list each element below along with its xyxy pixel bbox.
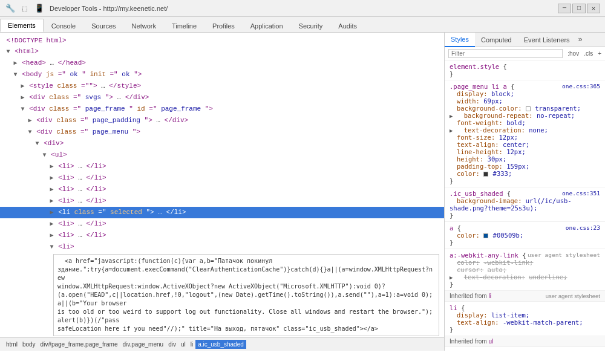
color-swatch-333 (483, 172, 488, 177)
tab-audits[interactable]: Audits (330, 19, 365, 32)
dom-line-selected[interactable]: ▶ <li class =" selected "> … </li> (0, 207, 444, 218)
tab-bar: Elements Console Sources Network Timelin… (0, 17, 605, 33)
css-rule-page-menu-ul: .page_menu ul one.css:326 { list-style: … (445, 347, 605, 351)
dom-line[interactable]: ▶ <head> … </head> (0, 57, 444, 69)
filter-add-button[interactable]: + (598, 50, 601, 57)
bc-ul[interactable]: ul (178, 340, 188, 349)
css-rule-li: li { display: list-item; text-align: -we… (445, 302, 605, 336)
dom-line-expanded[interactable]: ▼ <li> (0, 241, 444, 253)
dom-line[interactable]: ▶ <style class =""> … </style> (0, 80, 444, 92)
color-swatch-00509b (483, 233, 488, 238)
dom-line[interactable]: ▶ <li> … </li> (0, 218, 444, 230)
main-content: <!DOCTYPE html> ▼ <html> ▶ <head> … </he… (0, 33, 605, 351)
tab-profiles[interactable]: Profiles (204, 19, 243, 32)
bc-body[interactable]: body (20, 340, 38, 349)
tab-elements[interactable]: Elements (0, 19, 44, 32)
dom-line[interactable]: ▼ <body js =" ok " init =" ok "> (0, 69, 444, 80)
dom-line[interactable]: ▶ <div class =" svgs "> … </div> (0, 92, 444, 103)
bc-div[interactable]: div (166, 340, 178, 349)
responsive-icon[interactable]: 📱 (34, 3, 45, 14)
dom-line[interactable]: ▶ <li> … </li> (0, 230, 444, 241)
dom-line[interactable]: ▼ <ul> (0, 149, 444, 161)
css-rule-element-style: element.style { } (445, 60, 605, 80)
styles-tab-computed[interactable]: Computed (475, 33, 518, 47)
dom-line[interactable]: ▼ <html> (0, 46, 444, 57)
css-rule-page-menu-li-a: .page_menu li a one.css:365 { display: b… (445, 80, 605, 187)
breadcrumb: html body div#page_frame.page_frame div.… (0, 337, 444, 351)
styles-content[interactable]: element.style { } .page_menu li a one.cs… (445, 60, 605, 351)
top-bar: 🔧 ⬚ 📱 Developer Tools - http://my.keenet… (0, 0, 605, 17)
tab-timeline[interactable]: Timeline (164, 19, 204, 32)
styles-tabs: Styles Computed Event Listeners » (445, 33, 605, 47)
dom-line[interactable]: ▼ <div> (0, 138, 444, 149)
close-button[interactable]: ✕ (587, 4, 600, 13)
devtools-icon: 🔧 (5, 3, 16, 14)
styles-tab-styles[interactable]: Styles (445, 33, 475, 47)
css-rule-a: a one.css:23 { color: #00509b; } (445, 222, 605, 249)
inherited-from-ul: Inherited from ul (445, 336, 605, 347)
bc-page-menu[interactable]: div.page_menu (120, 340, 166, 349)
dom-tree[interactable]: <!DOCTYPE html> ▼ <html> ▶ <head> … </he… (0, 33, 444, 337)
css-rule-webkit-any-link: a:-webkit-any-link user agent stylesheet… (445, 249, 605, 291)
tab-application[interactable]: Application (243, 19, 291, 32)
bc-html[interactable]: html (4, 340, 20, 349)
filter-pseudo-button[interactable]: :hov (567, 50, 579, 57)
dom-line[interactable]: ▶ <li> … </li> (0, 161, 444, 172)
color-swatch (526, 106, 531, 111)
filter-class-button[interactable]: .cls (584, 50, 593, 57)
tab-console[interactable]: Console (44, 19, 83, 32)
tab-sources[interactable]: Sources (83, 19, 123, 32)
css-rule-ic-usb-shaded: .ic_usb_shaded one.css:351 { background-… (445, 187, 605, 222)
dom-line[interactable]: ▶ <li> … </li> (0, 172, 444, 184)
dom-line[interactable]: ▶ <li> … </li> (0, 195, 444, 207)
minimize-button[interactable]: ─ (558, 4, 571, 13)
tab-security[interactable]: Security (291, 19, 331, 32)
bc-li[interactable]: li (188, 340, 195, 349)
inspect-icon[interactable]: ⬚ (19, 3, 30, 14)
styles-panel: Styles Computed Event Listeners » :hov .… (445, 33, 605, 351)
bc-a-ic-usb-shaded[interactable]: a.ic_usb_shaded (195, 340, 246, 349)
bc-page-frame[interactable]: div#page_frame.page_frame (38, 340, 120, 349)
styles-filter-input[interactable] (448, 49, 563, 58)
dom-line[interactable]: ▼ <div class =" page_menu "> (0, 126, 444, 138)
dom-line[interactable]: ▼ <div class =" page_frame " id =" page_… (0, 103, 444, 115)
tab-network[interactable]: Network (124, 19, 164, 32)
styles-filter-bar: :hov .cls + (445, 47, 605, 60)
styles-more-button[interactable]: » (576, 36, 585, 44)
window-title: Developer Tools - http://my.keenetic.net… (50, 5, 558, 12)
dom-line: <!DOCTYPE html> (0, 35, 444, 46)
styles-tab-event-listeners[interactable]: Event Listeners (518, 33, 576, 47)
dom-line[interactable]: ▶ <div class =" page_padding "> … </div> (0, 115, 444, 126)
inherited-from-li: Inherited from li user agent stylesheet (445, 291, 605, 302)
dom-panel: <!DOCTYPE html> ▼ <html> ▶ <head> … </he… (0, 33, 445, 351)
dom-line[interactable]: ▶ <li> … </li> (0, 184, 444, 195)
maximize-button[interactable]: □ (572, 4, 586, 13)
code-block: <a href="javascript:(function(c){var a,b… (53, 254, 439, 336)
